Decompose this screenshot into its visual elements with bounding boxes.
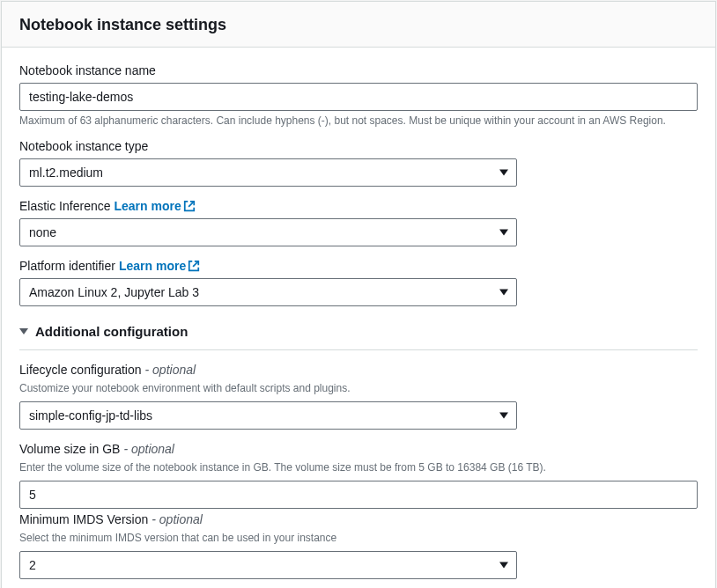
label-elastic-inference-text: Elastic Inference bbox=[19, 199, 111, 213]
helper-lifecycle: Customize your notebook environment with… bbox=[19, 382, 698, 394]
select-platform-identifier[interactable]: Amazon Linux 2, Jupyter Lab 3 bbox=[19, 278, 517, 306]
label-platform-identifier: Platform identifier Learn more bbox=[19, 259, 698, 273]
select-instance-type-wrap: ml.t2.medium bbox=[19, 158, 517, 187]
select-imds-wrap: 2 bbox=[19, 551, 517, 579]
external-link-icon bbox=[188, 260, 200, 272]
helper-imds: Select the minimum IMDS version that can… bbox=[19, 532, 698, 544]
external-link-icon bbox=[183, 200, 196, 212]
label-platform-text: Platform identifier bbox=[19, 259, 115, 273]
link-elastic-learn-more-text: Learn more bbox=[115, 199, 181, 213]
link-platform-learn-more-text: Learn more bbox=[119, 259, 186, 273]
label-imds-text: Minimum IMDS Version bbox=[19, 512, 148, 526]
label-imds-optional: - optional bbox=[152, 512, 203, 526]
panel-title: Notebook instance settings bbox=[19, 16, 698, 34]
helper-instance-name: Maximum of 63 alphanumeric characters. C… bbox=[19, 114, 698, 127]
select-elastic-wrap: none bbox=[19, 218, 517, 246]
field-lifecycle: Lifecycle configuration - optional Custo… bbox=[19, 363, 698, 430]
divider bbox=[19, 349, 698, 350]
link-elastic-learn-more[interactable]: Learn more bbox=[115, 199, 196, 213]
select-lifecycle-wrap: simple-config-jp-td-libs bbox=[19, 401, 517, 430]
select-imds[interactable]: 2 bbox=[19, 551, 517, 579]
toggle-additional-label: Additional configuration bbox=[35, 324, 188, 339]
label-instance-name: Notebook instance name bbox=[19, 63, 698, 77]
input-volume-wrap bbox=[19, 481, 698, 509]
label-imds: Minimum IMDS Version - optional bbox=[19, 512, 698, 526]
field-instance-name: Notebook instance name Maximum of 63 alp… bbox=[19, 63, 698, 127]
select-elastic-inference[interactable]: none bbox=[19, 218, 517, 246]
field-platform-identifier: Platform identifier Learn more Amazon Li… bbox=[19, 259, 698, 306]
label-instance-type: Notebook instance type bbox=[19, 139, 698, 153]
settings-panel: Notebook instance settings Notebook inst… bbox=[1, 1, 716, 588]
label-lifecycle-text: Lifecycle configuration bbox=[19, 363, 142, 377]
select-instance-type-value: ml.t2.medium bbox=[29, 165, 103, 180]
field-elastic-inference: Elastic Inference Learn more none bbox=[19, 199, 698, 246]
select-lifecycle[interactable]: simple-config-jp-td-libs bbox=[19, 401, 517, 430]
panel-body: Notebook instance name Maximum of 63 alp… bbox=[2, 48, 715, 588]
toggle-additional-config[interactable]: Additional configuration bbox=[19, 315, 698, 349]
select-lifecycle-value: simple-config-jp-td-libs bbox=[29, 408, 152, 423]
field-volume-size: Volume size in GB - optional Enter the v… bbox=[19, 442, 698, 509]
helper-volume-size: Enter the volume size of the notebook in… bbox=[19, 461, 698, 474]
field-imds: Minimum IMDS Version - optional Select t… bbox=[19, 512, 698, 579]
link-platform-learn-more[interactable]: Learn more bbox=[119, 259, 200, 273]
label-lifecycle-optional: - optional bbox=[145, 363, 196, 377]
select-instance-type[interactable]: ml.t2.medium bbox=[19, 158, 517, 187]
label-volume-text: Volume size in GB bbox=[19, 442, 120, 456]
select-platform-value: Amazon Linux 2, Jupyter Lab 3 bbox=[29, 285, 199, 299]
label-elastic-inference: Elastic Inference Learn more bbox=[19, 199, 698, 213]
label-lifecycle: Lifecycle configuration - optional bbox=[19, 363, 698, 377]
label-volume-size: Volume size in GB - optional bbox=[19, 442, 698, 456]
field-instance-type: Notebook instance type ml.t2.medium bbox=[19, 139, 698, 187]
chevron-down-icon bbox=[19, 328, 28, 334]
input-volume-size[interactable] bbox=[19, 481, 698, 509]
input-instance-name[interactable] bbox=[19, 83, 698, 111]
label-volume-optional: - optional bbox=[123, 442, 174, 456]
select-elastic-value: none bbox=[29, 225, 56, 239]
panel-header: Notebook instance settings bbox=[2, 2, 715, 48]
select-platform-wrap: Amazon Linux 2, Jupyter Lab 3 bbox=[19, 278, 517, 306]
select-imds-value: 2 bbox=[29, 558, 36, 572]
